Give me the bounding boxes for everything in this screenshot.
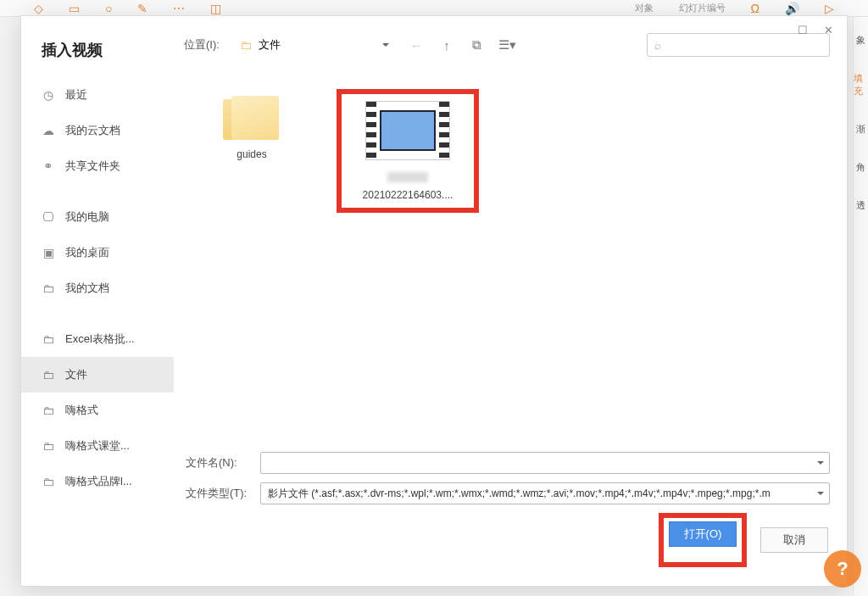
sidebar-item-label: 嗨格式课堂... (65, 438, 130, 454)
sidebar-item-hi2[interactable]: 🗀 嗨格式课堂... (21, 428, 174, 464)
sidebar-item-label: 嗨格式品牌l... (65, 474, 132, 489)
filename-input[interactable] (260, 452, 830, 474)
sidebar-item-label: 我的桌面 (65, 245, 109, 260)
bg-icon: ▭ (69, 2, 80, 15)
bg-icon: ⋯ (173, 2, 185, 15)
bg-label: 对象 (635, 2, 654, 14)
open-button[interactable]: 打开(O) (669, 521, 737, 547)
sidebar: 插入视频 ◷ 最近 ☁ 我的云文档 ⚭ 共享文件夹 🖵 我的电脑 ▣ 我的桌面 (21, 16, 174, 586)
sidebar-item-hi1[interactable]: 🗀 嗨格式 (21, 393, 174, 428)
file-label: 20210222164603.... (363, 189, 453, 201)
blurred-caption (387, 172, 428, 182)
sidebar-item-cloud[interactable]: ☁ 我的云文档 (21, 113, 174, 148)
folder-icon: 🗀 (42, 368, 55, 382)
insert-video-dialog: ☐ ✕ 插入视频 ◷ 最近 ☁ 我的云文档 ⚭ 共享文件夹 🖵 我的电脑 (20, 15, 848, 587)
sidebar-item-label: 我的云文档 (65, 123, 120, 138)
sidebar-item-label: Excel表格批... (65, 331, 135, 347)
bg-icon: ▷ (825, 2, 834, 15)
view-mode-button[interactable]: ☰▾ (496, 33, 520, 57)
folder-icon: 🗀 (42, 281, 55, 295)
path-bar: 位置(I): 🗀 文件 ← ↑ ⧉ ☰▾ ⌕ (184, 26, 830, 64)
bg-icon: Ω (751, 2, 760, 15)
path-dropdown[interactable]: 🗀 文件 (233, 33, 394, 57)
sidebar-item-label: 共享文件夹 (65, 159, 120, 174)
bg-label: 幻灯片编号 (679, 2, 726, 14)
search-icon: ⌕ (654, 39, 661, 52)
bg-icon: 🔊 (785, 2, 799, 15)
video-file-item[interactable]: 20210222164603.... (348, 101, 467, 201)
sidebar-item-desktop[interactable]: ▣ 我的桌面 (21, 235, 174, 270)
sidebar-item-excel[interactable]: 🗀 Excel表格批... (21, 321, 174, 357)
window-controls: ☐ ✕ (784, 16, 847, 43)
main-pane: 位置(I): 🗀 文件 ← ↑ ⧉ ☰▾ ⌕ guides (174, 16, 847, 586)
sidebar-item-recent[interactable]: ◷ 最近 (21, 77, 174, 113)
window-maximize-button[interactable]: ☐ (793, 19, 813, 40)
folder-icon: 🗀 (42, 475, 55, 488)
background-toolbar: ◇ ▭ ○ ✎ ⋯ ◫ 对象 幻灯片编号 Ω 🔊 ▷ (0, 0, 868, 17)
sidebar-item-label: 最近 (65, 87, 87, 103)
filetype-value: 影片文件 (*.asf;*.asx;*.dvr-ms;*.wpl;*.wm;*.… (268, 483, 822, 504)
new-folder-button[interactable]: ⧉ (465, 33, 489, 57)
watermark-badge: ? (824, 550, 861, 588)
share-icon: ⚭ (42, 159, 55, 173)
cancel-button[interactable]: 取消 (760, 527, 828, 553)
sidebar-item-label: 我的电脑 (65, 209, 109, 225)
nav-back-button[interactable]: ← (404, 33, 428, 57)
bg-icon: ◫ (210, 2, 221, 15)
highlighted-video-selection: 20210222164603.... (337, 89, 479, 213)
sidebar-item-documents[interactable]: 🗀 我的文档 (21, 270, 174, 306)
cloud-icon: ☁ (42, 124, 55, 137)
folder-icon (221, 92, 282, 143)
window-close-button[interactable]: ✕ (818, 19, 838, 40)
file-label: guides (236, 148, 266, 160)
sidebar-item-shared[interactable]: ⚭ 共享文件夹 (21, 148, 174, 184)
filename-label: 文件名(N): (186, 455, 252, 471)
folder-icon: 🗀 (42, 439, 55, 453)
folder-icon: 🗀 (42, 332, 55, 346)
sidebar-item-label: 文件 (65, 367, 87, 382)
sidebar-item-label: 嗨格式 (65, 403, 98, 418)
bg-icon: ○ (105, 2, 112, 15)
nav-up-button[interactable]: ↑ (435, 33, 459, 57)
folder-icon: 🗀 (240, 38, 252, 52)
sidebar-item-computer[interactable]: 🖵 我的电脑 (21, 199, 174, 235)
highlighted-open-button: 打开(O) (659, 513, 747, 567)
folder-icon: 🗀 (42, 404, 55, 417)
current-folder-name: 文件 (259, 37, 281, 53)
bottom-bar: 文件名(N): 文件类型(T): 影片文件 (*.asf;*.asx;*.dvr… (184, 447, 830, 576)
folder-item-guides[interactable]: guides (192, 89, 311, 213)
desktop-icon: ▣ (42, 246, 55, 259)
sidebar-item-hi3[interactable]: 🗀 嗨格式品牌l... (21, 464, 174, 499)
sidebar-item-label: 我的文档 (65, 281, 109, 296)
file-list[interactable]: guides 20210222164603.... (184, 64, 830, 447)
right-side-panel: 象 填充 渐 角 透 (853, 17, 868, 596)
dialog-title: 插入视频 (21, 31, 174, 77)
filetype-dropdown[interactable]: 影片文件 (*.asf;*.asx;*.dvr-ms;*.wpl;*.wm;*.… (260, 482, 830, 504)
path-label: 位置(I): (184, 37, 220, 53)
bg-icon: ◇ (34, 2, 43, 15)
clock-icon: ◷ (42, 88, 55, 102)
video-thumbnail (365, 101, 450, 160)
filetype-label: 文件类型(T): (186, 486, 252, 501)
sidebar-item-files[interactable]: 🗀 文件 (21, 357, 174, 393)
monitor-icon: 🖵 (42, 210, 55, 224)
bg-icon: ✎ (137, 2, 147, 15)
